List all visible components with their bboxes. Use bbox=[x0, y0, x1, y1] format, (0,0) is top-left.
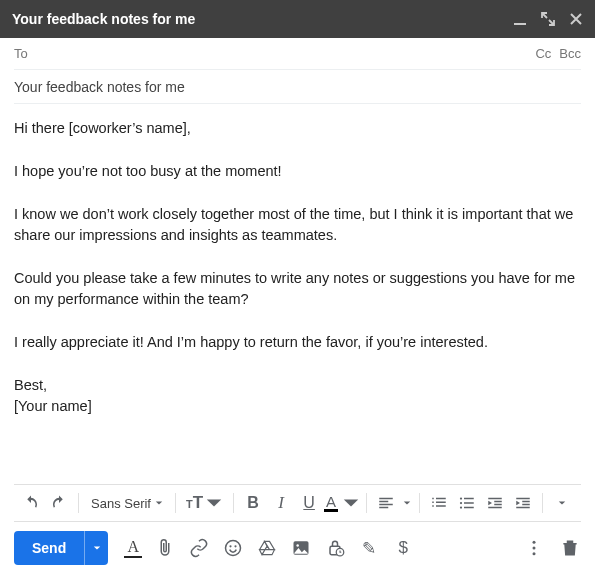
insert-tools: A $ bbox=[124, 537, 513, 559]
align-button[interactable] bbox=[373, 490, 399, 516]
minimize-icon[interactable] bbox=[513, 12, 527, 26]
indent-less-button[interactable] bbox=[482, 490, 508, 516]
svg-point-5 bbox=[230, 545, 232, 547]
font-family-picker[interactable]: Sans Serif bbox=[85, 496, 169, 511]
font-family-label: Sans Serif bbox=[91, 496, 151, 511]
right-tools bbox=[523, 537, 581, 559]
svg-point-2 bbox=[460, 502, 462, 504]
insert-drive-button[interactable] bbox=[256, 537, 278, 559]
chevron-down-icon bbox=[205, 494, 223, 512]
insert-link-button[interactable] bbox=[188, 537, 210, 559]
format-more-button[interactable] bbox=[549, 490, 575, 516]
text-color-button[interactable]: A bbox=[324, 490, 360, 516]
more-options-button[interactable] bbox=[523, 537, 545, 559]
separator bbox=[419, 493, 420, 513]
window-title: Your feedback notes for me bbox=[12, 11, 513, 27]
smile-icon bbox=[223, 538, 243, 558]
confidential-mode-button[interactable] bbox=[324, 537, 346, 559]
text-color-icon: A bbox=[324, 494, 338, 512]
align-more-button[interactable] bbox=[401, 490, 413, 516]
lock-clock-icon bbox=[325, 538, 345, 558]
separator bbox=[542, 493, 543, 513]
svg-point-1 bbox=[460, 497, 462, 499]
recipients-row: To Cc Bcc bbox=[14, 38, 581, 70]
italic-button[interactable]: I bbox=[268, 490, 294, 516]
paperclip-icon bbox=[155, 538, 175, 558]
body-paragraph: Best, [Your name] bbox=[14, 375, 581, 417]
chevron-down-icon bbox=[93, 544, 101, 552]
to-label: To bbox=[14, 46, 28, 61]
close-icon[interactable] bbox=[569, 12, 583, 26]
body-paragraph: I really appreciate it! And I’m happy to… bbox=[14, 332, 581, 353]
body-paragraph: Hi there [coworker’s name], bbox=[14, 118, 581, 139]
redo-button[interactable] bbox=[46, 490, 72, 516]
formatting-toolbar: Sans Serif TT B I U A bbox=[14, 484, 581, 522]
svg-point-8 bbox=[297, 544, 300, 547]
send-options-button[interactable] bbox=[84, 531, 108, 565]
compose-window: Your feedback notes for me To Cc Bcc bbox=[0, 0, 595, 574]
body-paragraph: Could you please take a few minutes to w… bbox=[14, 268, 581, 310]
body-paragraph: I know we don’t work closely together mo… bbox=[14, 204, 581, 246]
attach-file-button[interactable] bbox=[154, 537, 176, 559]
subject-input[interactable] bbox=[14, 79, 581, 95]
message-body[interactable]: Hi there [coworker’s name], I hope you’r… bbox=[0, 104, 595, 484]
formatting-options-button[interactable]: A bbox=[124, 538, 142, 558]
send-button[interactable]: Send bbox=[14, 531, 84, 565]
svg-point-11 bbox=[533, 541, 536, 544]
font-size-picker[interactable]: TT bbox=[182, 490, 227, 516]
title-bar: Your feedback notes for me bbox=[0, 0, 595, 38]
expand-icon[interactable] bbox=[541, 12, 555, 26]
link-icon bbox=[189, 538, 209, 558]
body-paragraph: I hope you’re not too busy at the moment… bbox=[14, 161, 581, 182]
send-button-group: Send bbox=[14, 531, 108, 565]
cc-bcc-group: Cc Bcc bbox=[535, 46, 581, 61]
bottom-toolbar: Send A $ bbox=[0, 522, 595, 574]
separator bbox=[366, 493, 367, 513]
indent-more-button[interactable] bbox=[510, 490, 536, 516]
svg-point-6 bbox=[235, 545, 237, 547]
svg-rect-0 bbox=[514, 23, 526, 25]
trash-icon bbox=[560, 538, 580, 558]
bulleted-list-button[interactable] bbox=[454, 490, 480, 516]
to-input[interactable] bbox=[28, 38, 536, 69]
numbered-list-button[interactable] bbox=[426, 490, 452, 516]
insert-emoji-button[interactable] bbox=[222, 537, 244, 559]
window-controls bbox=[513, 12, 583, 26]
undo-button[interactable] bbox=[18, 490, 44, 516]
insert-signature-button[interactable] bbox=[358, 537, 380, 559]
svg-point-13 bbox=[533, 552, 536, 555]
cc-button[interactable]: Cc bbox=[535, 46, 551, 61]
bcc-button[interactable]: Bcc bbox=[559, 46, 581, 61]
drive-icon bbox=[257, 538, 277, 558]
chevron-down-icon bbox=[155, 499, 163, 507]
svg-point-12 bbox=[533, 547, 536, 550]
subject-row bbox=[14, 70, 581, 104]
kebab-icon bbox=[524, 538, 544, 558]
send-money-button[interactable]: $ bbox=[392, 537, 414, 559]
separator bbox=[78, 493, 79, 513]
compose-header: To Cc Bcc bbox=[0, 38, 595, 104]
chevron-down-icon bbox=[403, 499, 411, 507]
svg-point-4 bbox=[226, 541, 241, 556]
image-icon bbox=[291, 538, 311, 558]
chevron-down-icon bbox=[342, 494, 360, 512]
separator bbox=[233, 493, 234, 513]
svg-point-3 bbox=[460, 506, 462, 508]
separator bbox=[175, 493, 176, 513]
insert-photo-button[interactable] bbox=[290, 537, 312, 559]
chevron-down-icon bbox=[558, 499, 566, 507]
discard-draft-button[interactable] bbox=[559, 537, 581, 559]
underline-button[interactable]: U bbox=[296, 490, 322, 516]
bold-button[interactable]: B bbox=[240, 490, 266, 516]
font-size-icon: TT bbox=[186, 493, 203, 513]
